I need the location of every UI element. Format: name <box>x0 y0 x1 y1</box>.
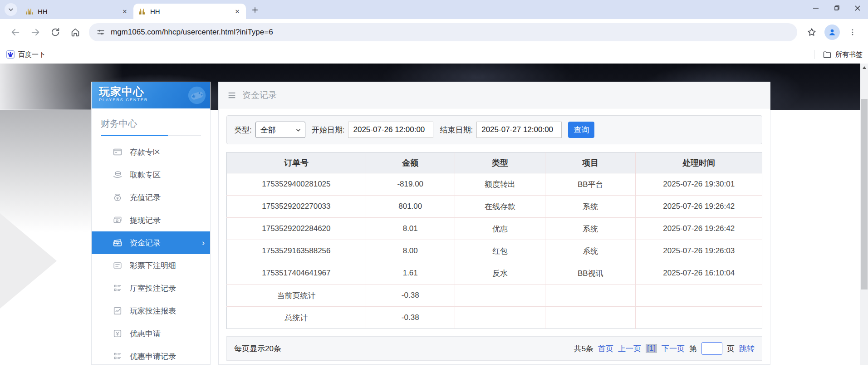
table-row: 17535174046419671.61反水BB视讯2025-07-26 16:… <box>227 262 762 285</box>
sidebar-item-withdraw-zone[interactable]: 取款专区 <box>92 163 210 186</box>
table-cell: 2025-07-26 19:30:01 <box>636 173 762 196</box>
table-cell: 8.01 <box>366 218 455 240</box>
tab-search-button[interactable] <box>5 3 17 16</box>
section-divider <box>101 135 201 136</box>
tab-close-icon[interactable]: ✕ <box>233 7 241 15</box>
total-count-text: 共5条 <box>574 343 593 354</box>
browser-menu-button[interactable] <box>845 25 860 40</box>
table-row: 1753529400281025-819.00额度转出BB平台2025-07-2… <box>227 173 762 196</box>
table-cell: -819.00 <box>366 173 455 196</box>
address-bar[interactable]: mgm1065.com/hhcp/usercenter.html?iniType… <box>89 23 797 41</box>
folder-icon <box>823 50 832 59</box>
window-close-button[interactable] <box>847 0 868 16</box>
tab-inactive[interactable]: HH ✕ <box>21 4 133 19</box>
table-cell <box>545 285 636 307</box>
first-page-link[interactable]: 首页 <box>598 343 613 354</box>
sidebar-item-hall-bet-record[interactable]: 厅室投注记录 <box>92 277 210 299</box>
next-page-link[interactable]: 下一页 <box>662 343 685 354</box>
table-cell: 2025-07-26 19:26:42 <box>636 218 762 240</box>
column-header: 订单号 <box>227 152 366 173</box>
sidebar-item-label: 资金记录 <box>130 238 161 248</box>
arrow-left-icon <box>10 27 20 37</box>
table-cell: 系统 <box>545 218 636 240</box>
start-date-input[interactable] <box>348 122 433 138</box>
sidebar-item-lottery-detail[interactable]: 彩票下注明细 <box>92 254 210 277</box>
table-cell: 1753517404641967 <box>227 262 366 285</box>
page-scrollbar[interactable] <box>860 64 868 365</box>
type-select[interactable]: 全部 <box>255 122 305 138</box>
reload-button[interactable] <box>48 25 63 40</box>
sidebar-item-label: 存款专区 <box>130 147 161 157</box>
table-cell: 反水 <box>455 262 545 285</box>
table-cell <box>455 285 545 307</box>
close-icon <box>854 5 861 11</box>
sidebar-item-withdraw-record[interactable]: 提现记录 <box>92 209 210 231</box>
profile-avatar[interactable] <box>824 25 840 40</box>
bookmark-baidu[interactable]: 百度一下 <box>6 50 45 59</box>
scrollbar-thumb[interactable] <box>861 99 868 289</box>
divider <box>814 50 814 59</box>
table-cell: 8.00 <box>366 240 455 262</box>
back-button[interactable] <box>8 25 23 40</box>
sidebar-item-label: 优惠申请 <box>130 329 161 339</box>
sidebar-item-funds-record[interactable]: 资金记录› <box>92 231 210 254</box>
table-cell: 1753529202270033 <box>227 196 366 218</box>
end-date-label: 结束日期: <box>440 125 473 135</box>
end-date-input[interactable] <box>476 122 562 138</box>
wallet-icon <box>113 238 123 248</box>
window-restore-button[interactable] <box>826 0 847 16</box>
tab-close-icon[interactable]: ✕ <box>121 7 129 15</box>
jump-button[interactable]: 跳转 <box>739 343 755 354</box>
table-cell: 优惠 <box>455 218 545 240</box>
table-cell: 系统 <box>545 240 636 262</box>
browser-tab-strip: HH ✕ HH ✕ <box>0 0 868 19</box>
forward-button[interactable] <box>28 25 43 40</box>
gamepad-icon <box>186 85 207 106</box>
hand-coin-icon <box>113 170 123 180</box>
table-cell: BB视讯 <box>545 262 636 285</box>
tab-active[interactable]: HH ✕ <box>133 4 246 19</box>
hamburger-menu-icon[interactable] <box>227 90 237 100</box>
home-button[interactable] <box>68 25 83 40</box>
money-bag-icon <box>113 192 123 202</box>
scrollbar-up-arrow-icon[interactable] <box>860 64 868 72</box>
table-cell: 额度转出 <box>455 173 545 196</box>
sidebar-item-recharge-record[interactable]: 充值记录 <box>92 186 210 209</box>
chart-icon <box>113 306 123 316</box>
decor-triangle <box>0 213 57 309</box>
sidebar-item-deposit-zone[interactable]: 存款专区 <box>92 141 210 163</box>
new-tab-button[interactable] <box>249 4 261 16</box>
three-dots-icon <box>848 28 857 36</box>
page-jump-input[interactable] <box>701 342 722 355</box>
restore-icon <box>834 5 840 11</box>
table-row: 当前页统计-0.38 <box>227 285 762 307</box>
table-cell: 1753529400281025 <box>227 173 366 196</box>
table-cell <box>455 307 545 329</box>
chevron-down-icon <box>8 6 14 13</box>
table-footer: 每页显示20条 共5条 首页 上一页 [1] 下一页 第 页 跳转 <box>226 336 762 361</box>
search-button[interactable]: 查询 <box>568 122 594 138</box>
main-header: 资金记录 <box>219 82 770 108</box>
sidebar-item-promo-apply[interactable]: 优惠申请 <box>92 322 210 345</box>
main-panel: 资金记录 类型: 全部 开始日期: 结束日期: 查询 订单号金额类型项目处理时间 <box>218 82 770 365</box>
type-label: 类型: <box>234 125 252 135</box>
table-cell: BB平台 <box>545 173 636 196</box>
all-bookmarks-button[interactable]: 所有书签 <box>835 50 863 59</box>
site-settings-tune-icon[interactable] <box>96 28 105 37</box>
sidebar-item-player-report[interactable]: 玩家投注报表 <box>92 299 210 322</box>
prev-page-link[interactable]: 上一页 <box>618 343 641 354</box>
sidebar-item-label: 玩家投注报表 <box>130 306 176 316</box>
sidebar-item-promo-record[interactable]: 优惠申请记录 <box>92 345 210 365</box>
column-header: 类型 <box>455 152 545 173</box>
grid-list-icon <box>113 283 123 293</box>
filter-bar: 类型: 全部 开始日期: 结束日期: 查询 <box>226 115 762 144</box>
sidebar-section-title: 财务中心 <box>101 118 201 130</box>
bookmark-star-button[interactable] <box>804 25 819 40</box>
table-cell: 红包 <box>455 240 545 262</box>
jump-prefix-label: 第 <box>689 343 697 354</box>
url-text[interactable]: mgm1065.com/hhcp/usercenter.html?iniType… <box>111 28 273 37</box>
table-cell <box>636 285 762 307</box>
window-minimize-button[interactable] <box>805 0 826 16</box>
page-content: 玩家中心 PLAYERS CENTER 财务中心 存款专区取款专区充值记录提现记… <box>0 64 868 365</box>
column-header: 项目 <box>545 152 636 173</box>
